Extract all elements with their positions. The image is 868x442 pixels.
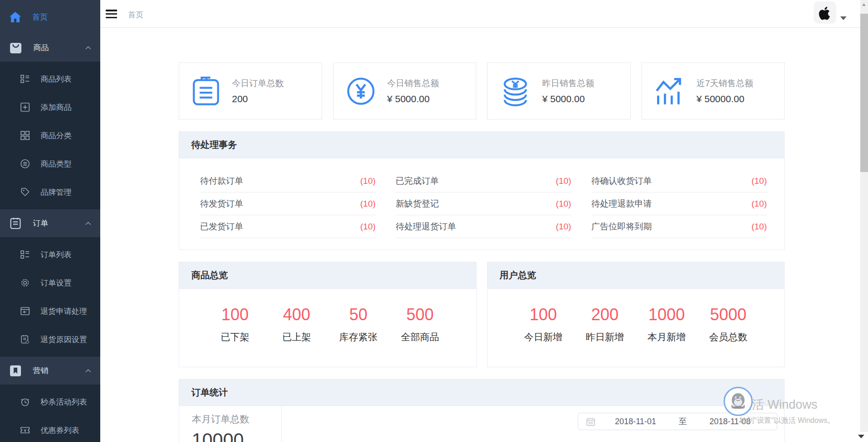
product-overview-panel: 商品总览 100已下架 400已上架 50库存紧张 500全部商品 bbox=[179, 262, 477, 367]
chevron-up-icon bbox=[85, 46, 91, 50]
stat-label: 库存紧张 bbox=[328, 331, 389, 343]
sidebar-item-return-requests[interactable]: 退货申请处理 bbox=[0, 297, 100, 325]
date-range-picker[interactable]: 2018-11-01 至 2018-11-08 bbox=[578, 413, 777, 430]
pending-item-ad-expiring[interactable]: 广告位即将到期(10) bbox=[591, 215, 767, 238]
svg-text:¥: ¥ bbox=[24, 428, 26, 433]
product-stat-on-shelf: 400已上架 bbox=[266, 305, 327, 343]
sidebar-item-flash-sale-list[interactable]: 秒杀活动列表 bbox=[0, 388, 100, 416]
sidebar-item-home[interactable]: 首页 bbox=[0, 0, 100, 34]
sidebar-section-marketing[interactable]: 营销 bbox=[0, 357, 100, 385]
coupon-icon: ¥ bbox=[20, 425, 30, 435]
sidebar-section-products[interactable]: 商品 bbox=[0, 34, 100, 62]
grid-icon bbox=[20, 130, 30, 140]
stat-card-today-sales[interactable]: 今日销售总额 ¥ 5000.00 bbox=[333, 62, 477, 120]
pending-item-new-stockout[interactable]: 新缺货登记(10) bbox=[395, 192, 571, 215]
order-metric-value: 10000 bbox=[192, 429, 281, 442]
stat-card-value: ¥ 5000.00 bbox=[387, 94, 439, 104]
sidebar-item-add-product[interactable]: 添加商品 bbox=[0, 93, 100, 121]
breadcrumb[interactable]: 首页 bbox=[128, 10, 144, 20]
panel-title: 订单统计 bbox=[191, 386, 228, 399]
sidebar-item-return-reason-settings[interactable]: 退货原因设置 bbox=[0, 325, 100, 354]
stat-value: 50 bbox=[328, 305, 389, 324]
stat-label: 昨日新增 bbox=[574, 331, 636, 343]
pending-item-unshipped-orders[interactable]: 待发货订单(10) bbox=[200, 192, 375, 215]
topbar: 首页 bbox=[100, 0, 860, 28]
pending-item-count: (10) bbox=[751, 199, 767, 209]
sidebar-item-order-settings[interactable]: 订单设置 bbox=[0, 269, 100, 297]
date-start[interactable]: 2018-11-01 bbox=[595, 417, 676, 426]
stat-label: 全部商品 bbox=[389, 331, 451, 343]
pending-item-count: (10) bbox=[360, 199, 376, 209]
stat-card-today-orders[interactable]: 今日订单总数 200 bbox=[179, 62, 322, 120]
sidebar-item-product-list[interactable]: 商品列表 bbox=[0, 65, 100, 93]
stat-cards-row: 今日订单总数 200 今日销售总额 ¥ 5000.00 昨日销售总额 ¥ 500… bbox=[179, 62, 785, 120]
sidebar: 首页 商品 商品列表 添加商品 商品分类 bbox=[0, 0, 100, 442]
user-stat-yesterday-new: 200昨日新增 bbox=[574, 305, 636, 343]
vertical-scrollbar[interactable] bbox=[860, 0, 868, 432]
order-stats-panel: 订单统计 本月订单总数 10000 2018-11-01 至 2018-11-0… bbox=[179, 379, 785, 442]
pending-item-return-orders[interactable]: 待处理退货订单(10) bbox=[395, 215, 571, 238]
sidebar-item-label: 优惠券列表 bbox=[41, 425, 79, 436]
stat-card-week-sales[interactable]: 近7天销售总额 ¥ 50000.00 bbox=[642, 62, 785, 120]
pending-item-count: (10) bbox=[751, 222, 767, 232]
order-stats-header: 订单统计 bbox=[179, 380, 784, 406]
pending-item-count: (10) bbox=[556, 199, 571, 209]
pending-item-count: (10) bbox=[751, 176, 767, 186]
stat-value: 500 bbox=[389, 305, 451, 324]
corner-caret-down-icon[interactable] bbox=[858, 435, 864, 438]
add-square-icon bbox=[20, 102, 30, 112]
sidebar-item-brand-management[interactable]: 品牌管理 bbox=[0, 178, 100, 206]
stat-card-yesterday-sales[interactable]: 昨日销售总额 ¥ 5000.00 bbox=[487, 62, 631, 120]
scroll-up-arrow-icon[interactable] bbox=[862, 3, 866, 6]
sidebar-submenu-marketing: 秒杀活动列表 ¥ 优惠券列表 bbox=[0, 385, 100, 442]
sidebar-item-label: 订单列表 bbox=[41, 250, 72, 260]
product-overview-header: 商品总览 bbox=[179, 262, 476, 289]
sidebar-item-product-category[interactable]: 商品分类 bbox=[0, 121, 100, 150]
stat-label: 已上架 bbox=[266, 331, 327, 343]
pending-item-refund-requests[interactable]: 待处理退款申请(10) bbox=[591, 192, 767, 215]
user-stat-month-new: 1000本月新增 bbox=[636, 305, 697, 343]
hamburger-menu-icon[interactable] bbox=[106, 10, 117, 18]
sidebar-section-label: 订单 bbox=[33, 218, 48, 229]
stat-card-label: 近7天销售总额 bbox=[697, 78, 754, 89]
stat-value: 400 bbox=[266, 305, 327, 324]
sidebar-section-orders[interactable]: 订单 bbox=[0, 209, 100, 237]
stat-label: 今日新增 bbox=[513, 331, 574, 343]
calendar-icon bbox=[586, 417, 595, 426]
pending-item-confirm-receipt-orders[interactable]: 待确认收货订单(10) bbox=[591, 170, 767, 192]
pending-item-label: 待确认收货订单 bbox=[591, 175, 652, 187]
user-overview-header: 用户总览 bbox=[488, 262, 785, 289]
user-avatar[interactable] bbox=[814, 1, 836, 24]
user-stat-today-new: 100今日新增 bbox=[513, 305, 574, 343]
pending-item-completed-orders[interactable]: 已完成订单(10) bbox=[395, 170, 571, 192]
caret-down-icon[interactable] bbox=[840, 16, 847, 20]
circle-list-icon bbox=[20, 159, 30, 169]
sidebar-item-order-list[interactable]: 订单列表 bbox=[0, 240, 100, 269]
order-month-total: 本月订单总数 10000 bbox=[179, 406, 282, 442]
qq-messenger-icon[interactable] bbox=[724, 387, 753, 416]
product-stat-all: 500全部商品 bbox=[389, 305, 451, 343]
product-stat-off-shelf: 100已下架 bbox=[204, 305, 266, 343]
sidebar-item-label: 品牌管理 bbox=[41, 187, 72, 198]
date-end[interactable]: 2018-11-08 bbox=[690, 417, 771, 426]
scrollbar-thumb[interactable] bbox=[860, 14, 868, 172]
stat-card-label: 今日销售总额 bbox=[387, 78, 439, 89]
sidebar-item-label: 商品列表 bbox=[41, 74, 72, 84]
main-content: 今日订单总数 200 今日销售总额 ¥ 5000.00 昨日销售总额 ¥ 500… bbox=[179, 28, 785, 442]
stat-label: 本月新增 bbox=[636, 331, 697, 343]
trend-chart-icon bbox=[655, 76, 685, 106]
sidebar-item-coupon-list[interactable]: ¥ 优惠券列表 bbox=[0, 416, 100, 442]
bookmark-icon bbox=[10, 365, 21, 377]
panel-title: 待处理事务 bbox=[191, 139, 237, 151]
stat-value: 100 bbox=[513, 305, 574, 324]
sidebar-item-product-type[interactable]: 商品类型 bbox=[0, 150, 100, 178]
user-overview-panel: 用户总览 100今日新增 200昨日新增 1000本月新增 5000会员总数 bbox=[487, 262, 785, 367]
stat-card-value: ¥ 50000.00 bbox=[697, 94, 754, 104]
pending-item-shipped-orders[interactable]: 已发货订单(10) bbox=[200, 215, 375, 238]
alarm-icon bbox=[20, 397, 30, 407]
pending-item-count: (10) bbox=[556, 222, 571, 232]
pending-item-unpaid-orders[interactable]: 待付款订单(10) bbox=[200, 170, 375, 192]
pending-body: 待付款订单(10) 已完成订单(10) 待确认收货订单(10) 待发货订单(10… bbox=[179, 158, 784, 238]
chevron-up-icon bbox=[85, 222, 91, 225]
sidebar-item-label: 秒杀活动列表 bbox=[41, 397, 87, 407]
